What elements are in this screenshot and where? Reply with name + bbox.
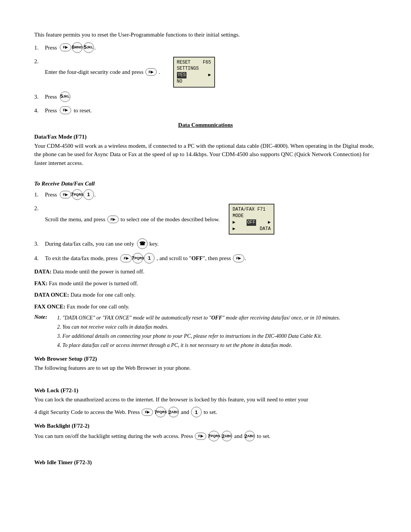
lcd-reset-title: RESET — [177, 59, 191, 66]
data-lines: DATA: Data mode until the power is turne… — [34, 267, 377, 311]
data-fax-desc: Your CDM-4500 will work as a wireless mo… — [34, 142, 377, 168]
key-2abc-wb1: 2ABC — [221, 431, 232, 441]
key-fn-r4a: F▶ — [120, 254, 132, 262]
key-fn-wb: F▶ — [195, 433, 206, 440]
step-1-press: Press — [45, 43, 57, 52]
step-2-text: Enter the four-digit security code and p… — [45, 67, 143, 77]
step-num-4: 4. — [34, 106, 45, 115]
lcd-reset-yes: YES — [177, 72, 187, 78]
key-7pqrs-wb: 7PQRS — [209, 431, 219, 441]
recv-step-3-text: During data/fax calls, you can use only — [45, 239, 134, 248]
step-4-text: to reset. — [74, 106, 92, 115]
web-backlight-text: You can turn on/off the backlight settin… — [34, 432, 193, 441]
web-backlight-line: You can turn on/off the backlight settin… — [34, 431, 377, 441]
web-lock-desc1: You can lock the unauthorized access to … — [34, 395, 377, 404]
key-7pqrs-r4: 7PQRS — [132, 253, 143, 264]
key-2abc-wl: 2ABC — [168, 407, 179, 417]
lcd-reset-subtitle: SETTINGS — [177, 66, 199, 72]
web-lock-text: 4 digit Security Code to access the Web.… — [34, 408, 140, 417]
key-7pqrs-r1: 7PQRS — [72, 189, 83, 200]
step-1-dot: . — [94, 43, 96, 52]
note-4: 4. To place data/fax call or access inte… — [57, 341, 340, 349]
key-1-wl: 1 — [191, 407, 202, 417]
key-1-r4: 1 — [144, 253, 155, 264]
recv-step-num-1: 1. — [34, 190, 45, 199]
web-browser-heading: Web Browser Setup (F72) — [34, 356, 377, 362]
lcd-datafax-mode: MODE — [233, 213, 244, 219]
web-lock-line: 4 digit Security Code to access the Web.… — [34, 407, 377, 417]
receive-step-3: 3. During data/fax calls, you can use on… — [34, 238, 377, 249]
recv-step-4-dot: . — [245, 254, 246, 263]
receive-step-2: 2. Scroll the menu, and press F▶ to sele… — [34, 204, 377, 235]
recv-step-num-3: 3. — [34, 239, 45, 248]
step-2-dot: . — [159, 67, 160, 77]
step-4-press: Press — [45, 106, 57, 115]
recv-step-2-text2: to select one of the modes described bel… — [121, 215, 220, 224]
key-5jkl-1: 5JKL — [83, 42, 94, 53]
web-backlight-end: to set. — [257, 432, 271, 441]
receive-step-1: 1. Press F▶ 7PQRS 1 . — [34, 189, 377, 200]
lcd-reset-no: NO — [177, 78, 182, 85]
lcd-datafax-bullet: ▶ — [233, 219, 235, 226]
data-line-data-once: DATA ONCE: Data mode for one call only. — [34, 291, 377, 299]
lcd-datafax-off: OFF — [247, 219, 256, 226]
step-num-3: 3. — [34, 92, 45, 101]
notes-block: Note: 1. "DATA ONCE" or "FAX ONCE" mode … — [34, 314, 377, 350]
recv-step-1-dot: . — [94, 190, 96, 199]
key-2abc-wb2: 2ABC — [244, 431, 255, 441]
key-end: ☎ — [137, 238, 148, 249]
note-1: 1. "DATA ONCE" or "FAX ONCE" mode will b… — [57, 314, 340, 322]
reset-step-2: 2. Enter the four-digit security code an… — [34, 57, 377, 88]
recv-step-4-text1: To exit the data/fax mode, press — [45, 254, 118, 263]
lcd-datafax: DATA/FAX F71 MODE ▶ OFF ▶ ▶ DATA — [229, 204, 274, 235]
recv-step-4-text2: , and scroll to "OFF", then press — [156, 254, 231, 263]
key-5jkl-2: 5JKL — [60, 91, 70, 102]
note-3: 3. For additional details on connecting … — [57, 332, 340, 340]
lcd-reset: RESET F65 SETTINGS YES ▶ NO — [173, 57, 215, 88]
step-num-1: 1. — [34, 43, 45, 52]
data-fax-heading: Data/Fax Mode (F71) — [34, 134, 377, 140]
web-lock-heading: Web Lock (F72-1) — [34, 387, 377, 394]
reset-step-4: 4. Press F▶ to reset. — [34, 106, 377, 115]
key-fn-wl: F▶ — [142, 409, 153, 416]
web-backlight-and: and — [234, 432, 242, 441]
note-label: Note: — [34, 314, 57, 350]
receive-heading: To Receive Data/Fax Call — [34, 181, 377, 187]
step-num-2: 2. — [34, 57, 45, 66]
key-fn-r4b: F▶ — [233, 254, 244, 262]
intro-text: This feature permits you to reset the Us… — [34, 30, 377, 39]
recv-step-3-key: key. — [150, 239, 159, 248]
note-2: 2. You can not receive voice calls in da… — [57, 323, 340, 331]
data-line-fax: FAX: Fax mode until the power is turned … — [34, 279, 377, 288]
reset-step-1: 1. Press F▶ 6MNO 5JKL . — [34, 42, 377, 53]
data-line-fax-once: FAX ONCE: Fax mode for one call only. — [34, 302, 377, 311]
lcd-reset-arrow: ▶ — [208, 72, 211, 78]
receive-step-4: 4. To exit the data/fax mode, press F▶ 7… — [34, 253, 377, 264]
reset-step-3: 3. Press 5JKL — [34, 91, 377, 102]
key-fn-4: F▶ — [60, 106, 71, 114]
key-6mno: 6MNO — [72, 42, 83, 53]
web-lock-end: to set. — [204, 408, 217, 417]
lcd-reset-f65: F65 — [203, 59, 211, 66]
web-idle-heading: Web Idle Timer (F72-3) — [34, 459, 377, 466]
data-line-data: DATA: Data mode until the power is turne… — [34, 267, 377, 276]
recv-step-1-press: Press — [45, 190, 57, 199]
section-heading-data-comm: Data Communications — [34, 122, 377, 128]
key-7pqrs-wl: 7PQRS — [155, 407, 166, 417]
lcd-datafax-data: DATA — [260, 226, 271, 232]
recv-step-2-text: Scroll the menu, and press — [45, 215, 105, 224]
key-1-r1: 1 — [83, 189, 94, 200]
recv-step-num-2: 2. — [34, 204, 45, 213]
web-browser-desc: The following features are to set up the… — [34, 364, 377, 372]
key-fn-r2: F▶ — [107, 216, 119, 223]
web-lock-and: and — [181, 408, 189, 417]
key-fn-r1: F▶ — [60, 191, 71, 198]
recv-step-num-4: 4. — [34, 254, 45, 263]
lcd-datafax-title: DATA/FAX F71 — [233, 206, 265, 213]
lcd-datafax-bullet2: ▶ — [233, 226, 235, 232]
web-backlight-heading: Web Backlight (F72-2) — [34, 423, 377, 429]
key-fn-1: F▶ — [60, 43, 71, 51]
step-3-press: Press — [45, 92, 57, 101]
lcd-datafax-arrow: ▶ — [268, 219, 271, 226]
key-fn-2: F▶ — [145, 68, 157, 76]
